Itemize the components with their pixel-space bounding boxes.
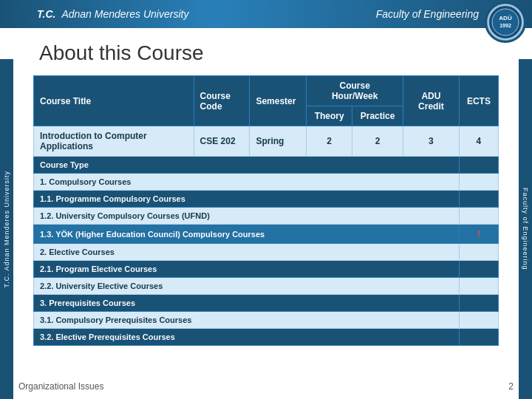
row-mark: ! — [459, 225, 498, 244]
tc-label: T.C. — [37, 8, 55, 20]
col-practice: Practice — [352, 106, 403, 126]
svg-point-1 — [492, 9, 519, 35]
sidebar-right-text: Faculty of Engineering — [522, 188, 529, 270]
course-adu-credit-cell: 3 — [403, 126, 460, 157]
row-mark — [459, 157, 498, 174]
faculty-label: Faculty of Engineering — [376, 8, 479, 20]
course-semester-cell: Spring — [250, 126, 307, 157]
course-title-cell: Introduction to Computer Applications — [34, 126, 194, 157]
sidebar-left-text: T.C. Adnan Menderes University — [3, 171, 10, 288]
table-header-row: Course Title Course Code Semester Course… — [34, 76, 499, 106]
course-ects-cell: 4 — [459, 126, 498, 157]
page-title: About this Course — [39, 41, 499, 65]
col-course-code: Course Code — [194, 76, 250, 126]
row-label: 3. Prerequisites Courses — [34, 295, 460, 312]
course-practice-cell: 2 — [352, 126, 403, 157]
header-bar: T.C. Adnan Menderes University Faculty o… — [0, 0, 532, 28]
table-row: 2. Elective Courses — [34, 244, 499, 261]
row-label: 1.3. YÖK (Higher Education Council) Comp… — [34, 225, 460, 244]
university-label: Adnan Menderes University — [61, 8, 188, 20]
table-row: 3.1. Compulsory Prerequisites Courses — [34, 312, 499, 329]
col-semester: Semester — [250, 76, 307, 126]
course-code-cell: CSE 202 — [194, 126, 250, 157]
row-mark — [459, 329, 498, 346]
sidebar-right: Faculty of Engineering — [519, 59, 532, 399]
table-row: 1.1. Programme Compulsory Courses X — [34, 191, 499, 208]
row-label: 3.1. Compulsory Prerequisites Courses — [34, 312, 460, 329]
row-label: 2. Elective Courses — [34, 244, 460, 261]
row-label: 2.1. Program Elective Courses — [34, 261, 460, 278]
svg-text:1992: 1992 — [499, 23, 511, 28]
table-row: 2.2. University Elective Courses — [34, 278, 499, 295]
svg-text:ADÜ: ADÜ — [499, 15, 512, 21]
table-row: Course Type — [34, 157, 499, 174]
row-mark — [459, 312, 498, 329]
col-theory: Theory — [307, 106, 352, 126]
row-mark — [459, 208, 498, 225]
row-mark — [459, 278, 498, 295]
table-row: 1.2. University Compulsory Courses (UFND… — [34, 208, 499, 225]
col-course-title: Course Title — [34, 76, 194, 126]
row-mark — [459, 244, 498, 261]
row-label: 1.2. University Compulsory Courses (UFND… — [34, 208, 460, 225]
footer: Organizational Issues 2 — [18, 381, 514, 392]
col-course-hour: Course Hour/Week — [307, 76, 403, 106]
sidebar-left: T.C. Adnan Menderes University — [0, 59, 13, 399]
course-theory-cell: 2 — [307, 126, 352, 157]
course-data-row: Introduction to Computer Applications CS… — [34, 126, 499, 157]
row-mark — [459, 295, 498, 312]
footer-right: 2 — [508, 381, 514, 392]
row-mark — [459, 261, 498, 278]
table-row: 3. Prerequisites Courses — [34, 295, 499, 312]
university-logo: ADÜ 1992 — [485, 1, 526, 43]
row-label: 3.2. Elective Prerequisites Courses — [34, 329, 460, 346]
table-row: 1.3. YÖK (Higher Education Council) Comp… — [34, 225, 499, 244]
row-label: 1.1. Programme Compulsory Courses — [34, 191, 460, 208]
row-mark — [459, 174, 498, 191]
footer-left: Organizational Issues — [18, 381, 103, 392]
row-label: 1. Compulsory Courses — [34, 174, 460, 191]
row-mark: X — [459, 191, 498, 208]
course-table: Course Title Course Code Semester Course… — [33, 75, 499, 346]
table-row: 1. Compulsory Courses — [34, 174, 499, 191]
table-row: 2.1. Program Elective Courses — [34, 261, 499, 278]
row-label: Course Type — [34, 157, 460, 174]
row-label: 2.2. University Elective Courses — [34, 278, 460, 295]
col-adu-credit: ADU Credit — [403, 76, 460, 126]
table-row: 3.2. Elective Prerequisites Courses — [34, 329, 499, 346]
col-ects: ECTS — [459, 76, 498, 126]
